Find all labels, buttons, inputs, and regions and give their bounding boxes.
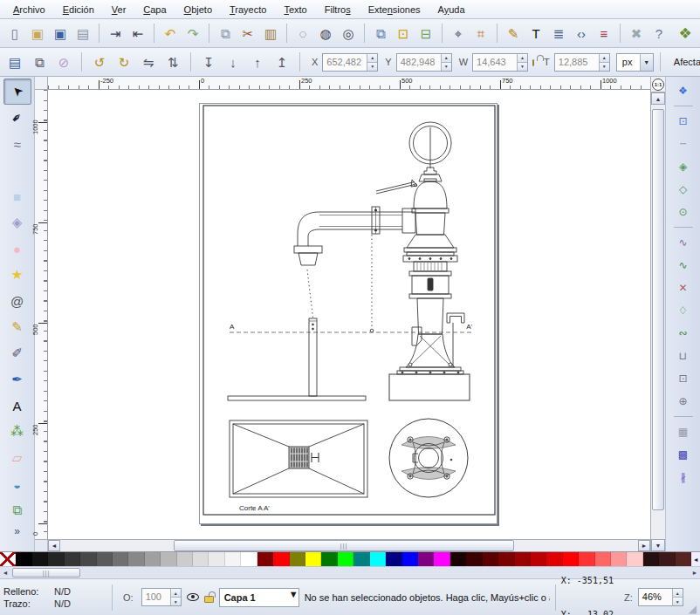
rotate-cw-icon[interactable]: ↻ [113,51,135,73]
ungroup-icon[interactable]: ⌗ [470,22,492,44]
snap-paths-icon[interactable]: ∿ [671,255,696,276]
units-dropdown[interactable]: px ▼ [616,53,654,72]
zoom-1-1-button[interactable]: 1:1 [651,77,665,92]
raise-to-top-icon[interactable]: ↥ [271,51,293,73]
menu-filtros[interactable]: Filtros [317,2,359,17]
color-swatch[interactable] [16,552,31,566]
copy-icon[interactable]: ⧉ [214,22,237,44]
vertical-scrollbar[interactable]: 1:1 ▲ ▼ [650,77,665,551]
color-swatch[interactable] [273,552,289,566]
select-all-icon[interactable]: ▤ [3,51,26,73]
snap-grid-icon[interactable]: ▩ [671,444,696,465]
color-swatch[interactable] [65,552,80,566]
snap-bbox-midpoints-icon[interactable]: ◇ [671,179,696,200]
unlink-clone-icon[interactable]: ⊟ [415,22,437,44]
color-swatch[interactable] [498,552,514,566]
color-swatch[interactable] [145,552,161,566]
menu-edición[interactable]: Edición [55,2,102,17]
horizontal-scroll-track[interactable]: ||| [60,540,638,551]
redo-icon[interactable]: ↷ [182,22,204,44]
swatch-none[interactable] [0,552,16,566]
pencil-tool[interactable]: ✎ [3,314,31,340]
menu-ver[interactable]: Ver [104,2,134,17]
star-tool[interactable]: ★ [3,262,31,288]
text-tool[interactable]: A [3,393,31,419]
spray-tool[interactable]: ⁂ [3,419,31,445]
menu-extensiones[interactable]: Extensiones [360,2,429,17]
menu-archivo[interactable]: Archivo [5,2,53,17]
snap-guides-icon[interactable]: ∦ [671,467,696,488]
color-swatch[interactable] [402,552,418,566]
scroll-up-arrow[interactable]: ▲ [651,92,665,105]
layers-dialog-icon[interactable]: ≣ [547,22,570,44]
snap-bbox-icon[interactable]: ⊡ [671,111,696,132]
snap-nodes-icon[interactable]: ∿ [671,232,696,253]
color-swatch[interactable] [483,552,498,566]
color-swatch[interactable] [209,552,224,566]
box3d-tool[interactable]: ◈ [3,209,31,236]
bucket-tool[interactable]: ◒ [3,471,31,497]
input-devices-icon[interactable]: ? [648,22,670,44]
snap-rotation-center-icon[interactable]: ⊕ [671,391,696,412]
paste-icon[interactable]: ▥ [259,22,282,44]
y-field[interactable]: 482,948 ▲▼ [396,53,452,72]
color-swatch[interactable] [643,552,659,566]
snap-object-centers-icon[interactable]: ⊡ [671,368,696,389]
palette-scroll-left-arrow[interactable]: ◄ [0,570,10,576]
document-page[interactable]: A A' Corte A A' [199,103,498,524]
color-swatch[interactable] [193,552,209,566]
color-swatch[interactable] [32,552,48,566]
group-icon[interactable]: ⌖ [447,22,470,44]
horizontal-ruler[interactable]: -25002505007501000 [48,77,650,90]
vertical-scroll-track[interactable] [651,105,665,539]
color-swatch[interactable] [386,552,401,566]
snap-bbox-edges-icon[interactable]: ┄ [671,133,696,154]
align-dialog-icon[interactable]: ≡ [593,22,615,44]
x-field[interactable]: 652,482 ▲▼ [322,53,378,72]
ellipse-tool[interactable]: ● [3,236,31,262]
color-swatch[interactable] [257,552,273,566]
lock-ratio-icon[interactable] [532,59,534,66]
snap-smooth-nodes-icon[interactable]: ∾ [671,323,696,344]
palette-overflow-arrow[interactable]: ◄ [691,552,700,566]
color-swatch[interactable] [676,552,691,566]
fill-stroke-indicator[interactable]: Relleno:N/D Trazo:N/D [3,585,106,610]
layer-dropdown-arrow[interactable]: ▼ [289,589,299,606]
snap-bbox-centers-icon[interactable]: ⊙ [671,202,696,222]
deselect-icon[interactable]: ⊘ [52,51,75,73]
vertical-ruler[interactable]: 10007505002500 [35,90,48,539]
color-swatch[interactable] [97,552,113,566]
color-swatch[interactable] [418,552,434,566]
color-swatch[interactable] [225,552,241,566]
lower-icon[interactable]: ↓ [222,51,244,73]
undo-icon[interactable]: ↶ [159,22,182,44]
height-field[interactable]: 12,885 ▲▼ [554,53,610,72]
flip-horizontal-icon[interactable]: ⇋ [137,51,160,73]
horizontal-scrollbar[interactable]: ◄ ||| ► [35,539,650,551]
menu-ayuda[interactable]: Ayuda [430,2,473,17]
selector-tool[interactable]: ➤ [3,79,31,105]
import-icon[interactable]: ⇥ [104,22,127,44]
spiral-tool[interactable]: @ [3,288,31,314]
text-dialog-icon[interactable]: T [525,22,547,44]
color-swatch[interactable] [531,552,546,566]
horizontal-scroll-thumb[interactable]: ||| [174,540,514,551]
menu-trayecto[interactable]: Trayecto [222,2,274,17]
color-swatch[interactable] [290,552,305,566]
layer-lock-icon[interactable] [204,596,214,603]
snap-page-border-icon[interactable]: ▦ [671,421,696,442]
zoom-drawing-icon[interactable]: ◍ [314,22,337,44]
color-swatch[interactable] [161,552,176,566]
toolbox-overflow-chevron[interactable]: » [14,525,20,537]
menu-texto[interactable]: Texto [276,2,314,17]
snap-midpoints-icon[interactable]: ⊔ [671,345,696,366]
snap-master-icon[interactable]: ❖ [671,80,696,101]
palette-scroll-thumb[interactable]: ||| [12,568,80,577]
node-tool[interactable]: ✒ [3,105,31,131]
color-swatch[interactable] [370,552,386,566]
print-icon[interactable]: ▤ [72,22,94,44]
xml-editor-icon[interactable]: ‹› [570,22,593,44]
layer-dropdown[interactable]: Capa 1 ▼ [219,588,299,607]
color-swatch[interactable] [80,552,96,566]
color-swatch[interactable] [305,552,321,566]
